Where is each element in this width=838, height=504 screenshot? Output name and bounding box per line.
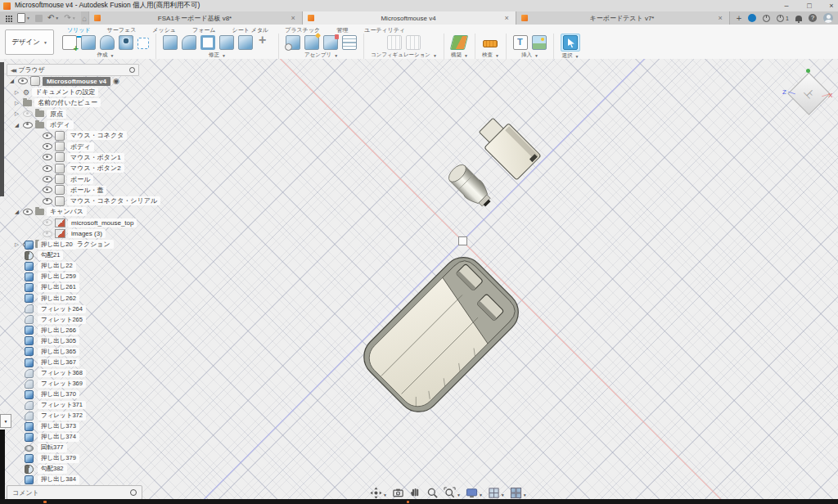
comment-options-icon[interactable]	[130, 489, 137, 496]
minimize-button[interactable]: –	[776, 0, 797, 11]
visibility-eye-icon[interactable]	[43, 231, 52, 237]
bell-icon[interactable]	[795, 16, 802, 21]
save-icon[interactable]	[35, 15, 43, 22]
visibility-eye-icon[interactable]	[43, 165, 52, 172]
browser-options-icon[interactable]	[129, 67, 135, 73]
create-sketch-icon[interactable]	[62, 35, 77, 50]
serial-connector-body[interactable]	[445, 161, 496, 212]
visibility-eye-icon[interactable]	[43, 219, 52, 226]
visibility-eye-icon[interactable]	[23, 122, 33, 128]
feature-item[interactable]: 押し出し384	[13, 475, 86, 485]
move-icon[interactable]	[257, 35, 272, 50]
feature-item[interactable]: 押し出し266	[13, 325, 86, 335]
close-tab-icon[interactable]: ×	[502, 14, 510, 22]
insert-image-icon[interactable]	[532, 35, 547, 50]
feature-item[interactable]: フィレット369	[13, 379, 86, 389]
browser-item[interactable]: ボール・蓋	[3, 185, 160, 196]
browser-item[interactable]: ◢ボディ	[3, 119, 160, 130]
document-tab[interactable]: FSA1キーボード基板 v8*×	[89, 11, 303, 25]
derive-icon[interactable]	[137, 38, 149, 49]
visibility-eye-icon[interactable]	[43, 133, 52, 139]
feature-item[interactable]: フィレット372	[13, 411, 86, 421]
document-tab[interactable]: Microsoftmouse v4×	[303, 11, 516, 25]
collapse-panel-icon[interactable]: ◀◀	[11, 67, 15, 73]
visibility-eye-icon[interactable]	[23, 209, 33, 215]
feature-item[interactable]: 勾配382	[13, 464, 86, 475]
ribbon-group-label[interactable]: コンフィギュレーション▼	[371, 52, 437, 59]
feature-item[interactable]: 押し出し259	[13, 272, 86, 282]
feature-item[interactable]: 押し出し370	[13, 389, 86, 400]
browser-item[interactable]: ▷名前の付いたビュー	[3, 97, 160, 108]
activate-radio-icon[interactable]: ◉	[113, 77, 119, 85]
browser-item[interactable]: ボディ	[3, 141, 160, 151]
insert-canvas-icon[interactable]	[513, 35, 528, 50]
close-tab-icon[interactable]: ×	[289, 14, 296, 22]
browser-item[interactable]: マウス・ボタン1	[3, 152, 160, 163]
feature-item[interactable]: 押し出し262	[13, 293, 86, 304]
hole-icon[interactable]	[119, 35, 133, 50]
feature-item[interactable]: 押し出し261	[13, 282, 86, 293]
browser-item[interactable]: ◢キャンバス	[3, 206, 160, 217]
workspace-selector[interactable]: デザイン▼	[5, 29, 54, 55]
feature-item[interactable]: 押し出し20	[13, 240, 86, 250]
ribbon-group-label[interactable]: アセンブリ▼	[304, 52, 338, 59]
feature-item[interactable]: 押し出し305	[13, 335, 86, 346]
notifications-icon[interactable]	[777, 15, 784, 22]
feature-item[interactable]: 押し出し367	[13, 358, 86, 368]
feature-item[interactable]: 押し出し374	[13, 432, 86, 443]
browser-item[interactable]: マウス・コネクタ・シリアル	[3, 196, 160, 206]
expand-icon[interactable]: ▷	[13, 110, 20, 117]
close-button[interactable]: ×	[821, 0, 838, 11]
ribbon-group-label[interactable]: 修正▼	[209, 52, 226, 59]
job-status-icon[interactable]	[748, 14, 756, 22]
bom-table-icon[interactable]	[342, 35, 357, 50]
browser-item[interactable]: ▷原点	[3, 109, 160, 119]
feature-item[interactable]: 勾配21	[13, 250, 86, 261]
measure-icon[interactable]	[483, 40, 498, 47]
browser-item[interactable]: マウス・コネクタ	[3, 130, 160, 141]
expand-icon[interactable]: ▷	[13, 89, 20, 96]
feature-item[interactable]: 押し出し379	[13, 453, 86, 464]
new-document-button[interactable]: +	[737, 13, 741, 23]
joint-icon[interactable]	[304, 35, 319, 50]
browser-item[interactable]: ボール	[3, 173, 160, 184]
ribbon-group-label[interactable]: 検査▼	[482, 52, 499, 59]
construction-plane-icon[interactable]	[450, 35, 468, 50]
home-button[interactable]: ⌂	[81, 11, 89, 25]
view-cube[interactable]: 上 Z X	[782, 67, 835, 119]
extrude-icon[interactable]	[81, 35, 96, 50]
visibility-eye-icon[interactable]	[43, 154, 52, 160]
browser-item[interactable]: ▷⚙ドキュメントの設定	[3, 87, 160, 97]
origin-marker[interactable]	[458, 236, 467, 245]
new-component-icon[interactable]	[286, 35, 300, 50]
browser-item[interactable]: images (3)	[3, 228, 160, 239]
browser-header[interactable]: ◀◀ ブラウザ	[7, 64, 139, 76]
offset-icon[interactable]	[238, 35, 253, 50]
timeline-collapse-button[interactable]: ▼	[0, 414, 11, 428]
feature-item[interactable]: 回転377	[13, 443, 86, 453]
feature-item[interactable]: 押し出し22	[13, 261, 86, 272]
visibility-eye-icon[interactable]	[43, 187, 52, 193]
user-avatar[interactable]	[823, 13, 833, 23]
document-tab[interactable]: キーボードテスト v7*×	[516, 11, 730, 25]
usb-connector-body[interactable]	[474, 113, 541, 180]
maximize-button[interactable]: □	[799, 0, 820, 11]
browser-item[interactable]: microsoft_mouse_top	[3, 218, 160, 228]
ribbon-group-label[interactable]: 挿入▼	[521, 52, 538, 59]
collapse-icon[interactable]: ◢	[13, 209, 20, 215]
feature-item[interactable]: フィレット368	[13, 368, 86, 379]
select-icon[interactable]	[563, 35, 578, 50]
root-component-label[interactable]: Microsoftmouse v4	[43, 77, 110, 86]
file-menu-button[interactable]: ▼	[17, 13, 30, 23]
ribbon-group-label[interactable]: 作成▼	[97, 52, 115, 59]
feature-item[interactable]: フィレット265	[13, 314, 86, 325]
visibility-eye-icon[interactable]	[43, 176, 52, 182]
app-grid-icon[interactable]	[5, 15, 12, 22]
feature-item[interactable]: 押し出し365	[13, 346, 86, 357]
visibility-eye-icon[interactable]	[23, 110, 33, 117]
activity-icon[interactable]	[763, 15, 770, 22]
comment-bar[interactable]: コメント	[7, 485, 142, 500]
feature-item[interactable]: フィレット264	[13, 304, 86, 314]
browser-root-row[interactable]: ◢ Microsoftmouse v4 ◉	[8, 75, 119, 87]
ribbon-group-label[interactable]: 構築▼	[451, 52, 468, 59]
